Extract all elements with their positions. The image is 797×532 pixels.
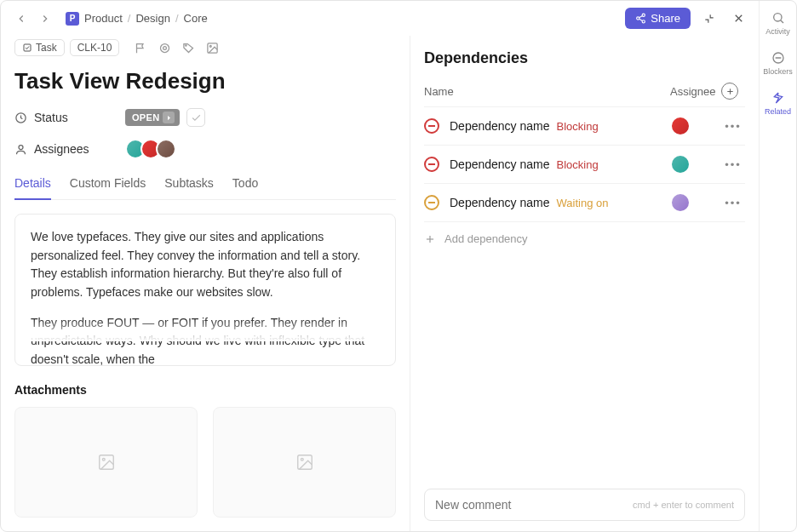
collapse-icon[interactable] xyxy=(699,9,720,29)
svg-point-0 xyxy=(642,14,645,16)
breadcrumb-project[interactable]: Product xyxy=(84,12,123,25)
image-icon[interactable] xyxy=(204,40,220,55)
comment-input[interactable] xyxy=(435,498,615,512)
rail-activity[interactable]: Activity xyxy=(760,11,796,36)
status-chevron-icon xyxy=(163,112,175,123)
description[interactable]: We love typefaces. They give our sites a… xyxy=(14,214,396,366)
nav-forward[interactable] xyxy=(35,9,55,29)
svg-line-3 xyxy=(639,16,643,18)
svg-line-4 xyxy=(639,19,643,20)
dependency-label: Blocking xyxy=(557,120,599,133)
flag-icon[interactable] xyxy=(133,40,148,55)
svg-rect-7 xyxy=(24,44,31,51)
avatar[interactable] xyxy=(670,192,691,213)
dependencies-title: Dependencies xyxy=(424,49,745,67)
col-name: Name xyxy=(424,85,670,98)
description-text: We love typefaces. They give our sites a… xyxy=(31,228,380,302)
task-title[interactable]: Task View Redesign xyxy=(14,68,396,94)
tab-details[interactable]: Details xyxy=(14,171,51,200)
comment-box[interactable]: cmd + enter to comment xyxy=(424,489,745,521)
col-assignee: Assignee xyxy=(670,85,721,98)
breadcrumb[interactable]: P Product / Design / Core xyxy=(66,12,208,26)
share-label: Share xyxy=(651,12,680,25)
svg-point-19 xyxy=(301,458,303,460)
dependency-row[interactable]: Dependency nameWaiting on ••• xyxy=(424,183,745,221)
svg-point-8 xyxy=(160,43,169,52)
breadcrumb-leaf[interactable]: Core xyxy=(184,12,208,25)
avatar[interactable] xyxy=(670,154,691,174)
task-type-chip[interactable]: Task xyxy=(14,39,65,56)
status-pill[interactable]: OPEN xyxy=(125,109,180,126)
breadcrumb-mid[interactable]: Design xyxy=(135,12,169,25)
right-rail: Activity Blockers Related xyxy=(759,1,796,531)
tab-custom-fields[interactable]: Custom Fields xyxy=(70,171,146,199)
tab-subtasks[interactable]: Subtasks xyxy=(164,171,214,199)
topbar: P Product / Design / Core Share xyxy=(1,1,759,36)
target-icon[interactable] xyxy=(157,40,172,55)
add-dependency-icon[interactable] xyxy=(721,83,738,100)
close-icon[interactable] xyxy=(728,9,748,29)
dependency-label: Blocking xyxy=(557,158,599,171)
svg-marker-14 xyxy=(168,115,170,119)
task-id-chip[interactable]: CLK-10 xyxy=(70,39,120,56)
avatar[interactable] xyxy=(670,116,691,136)
svg-point-9 xyxy=(163,46,167,49)
row-menu-icon[interactable]: ••• xyxy=(721,120,745,133)
dependency-row[interactable]: Dependency nameBlocking ••• xyxy=(424,145,745,183)
svg-point-12 xyxy=(209,45,211,47)
share-button[interactable]: Share xyxy=(625,8,691,29)
blocking-icon xyxy=(424,157,439,172)
dependency-row[interactable]: Dependency nameBlocking ••• xyxy=(424,106,745,145)
avatar[interactable] xyxy=(156,139,176,159)
dependencies-pane: Dependencies Name Assignee Dependency na… xyxy=(410,36,759,531)
tag-icon[interactable] xyxy=(181,40,196,55)
task-pane: Task CLK-10 Task View Redesign Status xyxy=(1,36,410,531)
attachment-placeholder[interactable] xyxy=(213,407,396,518)
waiting-icon xyxy=(424,195,439,210)
svg-point-17 xyxy=(102,458,105,460)
svg-point-24 xyxy=(773,14,781,21)
svg-point-2 xyxy=(642,20,645,23)
nav-back[interactable] xyxy=(11,9,32,29)
project-icon: P xyxy=(66,12,79,26)
svg-line-25 xyxy=(780,20,783,23)
tab-todo[interactable]: Todo xyxy=(232,171,258,199)
attachment-placeholder[interactable] xyxy=(14,407,198,518)
status-label: Status xyxy=(14,111,125,124)
comment-hint: cmd + enter to comment xyxy=(633,500,734,510)
assignees-label: Assignees xyxy=(14,142,125,156)
rail-blockers[interactable]: Blockers xyxy=(760,51,796,76)
rail-related[interactable]: Related xyxy=(760,91,796,116)
row-menu-icon[interactable]: ••• xyxy=(721,158,745,171)
row-menu-icon[interactable]: ••• xyxy=(721,197,745,209)
assignee-avatars[interactable] xyxy=(125,139,176,159)
complete-checkbox[interactable] xyxy=(186,108,205,127)
add-dependency-button[interactable]: Add dependency xyxy=(424,221,745,255)
attachments-title: Attachments xyxy=(14,383,396,397)
tabs: Details Custom Fields Subtasks Todo xyxy=(14,171,396,200)
blocking-icon xyxy=(424,118,439,134)
svg-point-15 xyxy=(19,145,23,149)
dependency-label: Waiting on xyxy=(557,197,609,209)
svg-point-1 xyxy=(637,17,639,20)
svg-point-10 xyxy=(186,44,186,45)
